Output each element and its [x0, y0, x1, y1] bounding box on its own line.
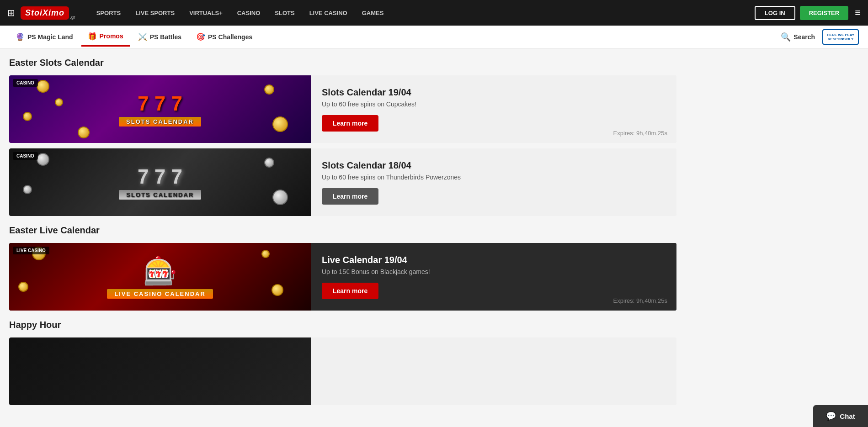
slots-calendar-label: SLOTS CALENDAR — [119, 117, 201, 127]
login-button[interactable]: LOG IN — [755, 6, 795, 20]
nav-promos-label: Promos — [100, 32, 123, 40]
learn-more-button-live-19[interactable]: Learn more — [322, 283, 378, 299]
nav-sports[interactable]: SPORTS — [90, 6, 127, 20]
responsible-badge-text: HERE WE PLAYRESPONSIBLY — [827, 33, 854, 41]
nav-ps-battles-label: PS Battles — [150, 33, 181, 41]
easter-live-title: Easter Live Calendar — [9, 225, 676, 236]
badge-slots-19: CASINO — [13, 79, 38, 87]
logo-subtitle: .gr — [70, 15, 75, 20]
challenges-icon: 🎯 — [196, 32, 205, 41]
nav-right: LOG IN REGISTER ≡ — [755, 6, 861, 20]
promo-desc-slots-19: Up to 60 free spins on Cupcakes! — [322, 100, 666, 108]
learn-more-button-slots-19[interactable]: Learn more — [322, 115, 378, 132]
live-casino-label: LIVE CASINO CALENDAR — [107, 289, 213, 299]
promo-details-happy-hour — [311, 337, 676, 405]
nav-ps-magic-land-label: PS Magic Land — [27, 33, 73, 41]
promo-card-slots-18: CASINO 7 7 7 SLOTS CALENDAR Slots Calend… — [9, 148, 676, 216]
slots-calendar-label-dark: SLOTS CALENDAR — [119, 190, 201, 200]
nav-promos[interactable]: 🎁 Promos — [81, 27, 130, 47]
nav-virtuals[interactable]: VIRTUALS+ — [183, 6, 229, 20]
responsible-gaming-badge[interactable]: HERE WE PLAYRESPONSIBLY — [822, 29, 859, 45]
slot-reels-red: 7 7 7 — [138, 92, 182, 115]
nav-live-sports[interactable]: LIVE SPORTS — [129, 6, 181, 20]
chat-button[interactable]: 💬 Chat — [813, 405, 868, 427]
nav-ps-magic-land[interactable]: 🔮 PS Magic Land — [9, 28, 80, 46]
easter-slots-title: Easter Slots Calendar — [9, 58, 676, 68]
nav-casino[interactable]: CASINO — [231, 6, 267, 20]
hamburger-menu-icon[interactable]: ≡ — [855, 7, 861, 19]
promos-icon: 🎁 — [88, 32, 97, 41]
search-area[interactable]: 🔍 Search — [781, 32, 815, 42]
promo-image-slots-19: CASINO 7 7 7 SLOTS CALENDAR — [9, 75, 311, 143]
grid-icon[interactable]: ⊞ — [7, 7, 15, 18]
chat-icon: 💬 — [826, 411, 836, 421]
happy-hour-title: Happy Hour — [9, 320, 676, 330]
easter-live-section: Easter Live Calendar LIVE CASINO 🎰 LIVE … — [9, 225, 676, 311]
roulette-icon: 🎰 — [143, 255, 177, 287]
promo-card-happy-hour — [9, 337, 676, 405]
search-label: Search — [793, 33, 815, 41]
magic-land-icon: 🔮 — [16, 32, 25, 41]
live-casino-graphic: 🎰 LIVE CASINO CALENDAR — [107, 255, 213, 299]
nav-slots[interactable]: SLOTS — [268, 6, 301, 20]
promo-details-slots-18: Slots Calendar 18/04 Up to 60 free spins… — [311, 148, 676, 216]
secondary-nav-links: 🔮 PS Magic Land 🎁 Promos ⚔️ PS Battles 🎯… — [9, 27, 781, 47]
logo-text: StoiXimo — [25, 8, 64, 18]
promo-card-slots-19: CASINO 7 7 7 SLOTS CALENDAR Slots Calend… — [9, 75, 676, 143]
happy-hour-section: Happy Hour — [9, 320, 676, 405]
promo-title-live-19: Live Calendar 19/04 — [322, 255, 666, 265]
nav-live-casino[interactable]: LIVE CASINO — [303, 6, 354, 20]
promo-title-slots-19: Slots Calendar 19/04 — [322, 87, 666, 98]
expires-slots-19: Expires: 9h,40m,25s — [613, 130, 667, 137]
slot-reels-silver: 7 7 7 — [138, 165, 182, 188]
chat-label: Chat — [840, 412, 855, 420]
secondary-navigation: 🔮 PS Magic Land 🎁 Promos ⚔️ PS Battles 🎯… — [0, 26, 868, 48]
slots-graphic-dark: 7 7 7 SLOTS CALENDAR — [119, 165, 201, 200]
promo-details-slots-19: Slots Calendar 19/04 Up to 60 free spins… — [311, 75, 676, 143]
register-button[interactable]: REGISTER — [800, 6, 848, 20]
nav-ps-battles[interactable]: ⚔️ PS Battles — [132, 28, 188, 46]
promo-details-live-19: Live Calendar 19/04 Up to 15€ Bonus on B… — [311, 243, 676, 311]
promo-card-live-19: LIVE CASINO 🎰 LIVE CASINO CALENDAR Live … — [9, 243, 676, 311]
main-nav-links: SPORTS LIVE SPORTS VIRTUALS+ CASINO SLOT… — [90, 6, 751, 20]
logo[interactable]: StoiXimo .gr — [21, 6, 75, 20]
battles-icon: ⚔️ — [138, 32, 147, 41]
nav-ps-challenges-label: PS Challenges — [208, 33, 252, 41]
main-content: Easter Slots Calendar CASINO 7 7 7 SLOTS… — [0, 48, 686, 405]
promo-image-live-19: LIVE CASINO 🎰 LIVE CASINO CALENDAR — [9, 243, 311, 311]
badge-slots-18: CASINO — [13, 152, 38, 160]
easter-slots-section: Easter Slots Calendar CASINO 7 7 7 SLOTS… — [9, 58, 676, 216]
search-icon: 🔍 — [781, 32, 791, 42]
promo-desc-live-19: Up to 15€ Bonus on Blackjack games! — [322, 268, 666, 275]
nav-ps-challenges[interactable]: 🎯 PS Challenges — [190, 28, 259, 46]
top-navigation: ⊞ StoiXimo .gr SPORTS LIVE SPORTS VIRTUA… — [0, 0, 868, 26]
nav-games[interactable]: GAMES — [356, 6, 390, 20]
promo-image-happy-hour — [9, 337, 311, 405]
expires-live-19: Expires: 9h,40m,25s — [613, 297, 667, 304]
learn-more-button-slots-18[interactable]: Learn more — [322, 188, 378, 205]
promo-title-slots-18: Slots Calendar 18/04 — [322, 160, 666, 171]
slots-graphic-purple: 7 7 7 SLOTS CALENDAR — [119, 92, 201, 127]
promo-desc-slots-18: Up to 60 free spins on Thunderbirds Powe… — [322, 174, 666, 181]
promo-image-slots-18: CASINO 7 7 7 SLOTS CALENDAR — [9, 148, 311, 216]
badge-live-19: LIVE CASINO — [13, 247, 49, 254]
